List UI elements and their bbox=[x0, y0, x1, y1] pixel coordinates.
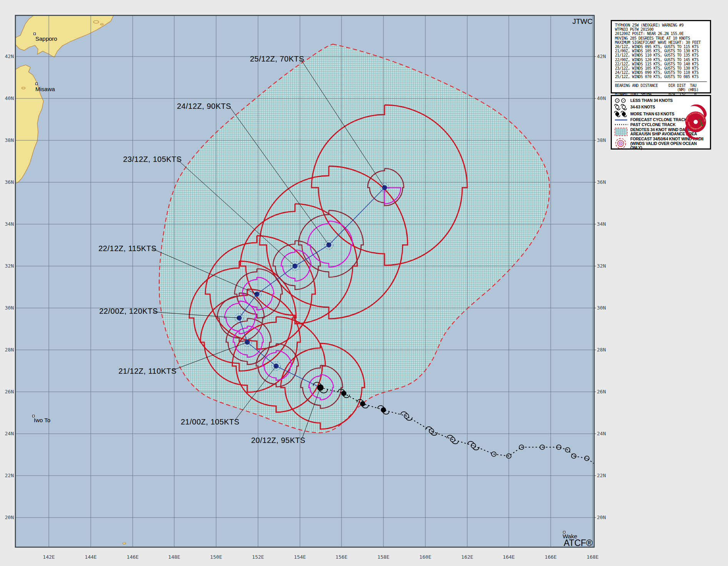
lon-tick-label: 154E bbox=[294, 554, 306, 560]
lt34-icon bbox=[614, 98, 630, 103]
forecast-track-icon bbox=[614, 118, 630, 122]
track-label: 22/12Z, 115KTS bbox=[98, 244, 157, 253]
legend-item-label: MORE THAN 63 KNOTS bbox=[630, 112, 674, 117]
lon-tick-label: 168E bbox=[586, 554, 598, 560]
lat-tick-label-right: 40N bbox=[597, 95, 606, 101]
atcf-watermark: ATCF® bbox=[564, 538, 593, 548]
legend-item-label: LESS THAN 34 KNOTS bbox=[630, 98, 673, 103]
lat-tick-label-left: 20N bbox=[5, 514, 14, 520]
city-label: Sapporo bbox=[35, 35, 57, 42]
lat-tick-label-left: 24N bbox=[5, 431, 14, 436]
lon-tick-label: 156E bbox=[335, 554, 347, 560]
islet bbox=[101, 23, 103, 25]
lat-tick-label-right: 36N bbox=[597, 179, 606, 185]
lat-tick-label-left: 40N bbox=[5, 95, 14, 101]
lon-tick-label: 166E bbox=[545, 554, 556, 560]
lon-tick-label: 148E bbox=[168, 554, 180, 560]
danger-area-icon bbox=[614, 127, 630, 137]
legend-item-label: FORECAST CYCLONE TRACK bbox=[630, 118, 687, 122]
lat-tick-label-left: 36N bbox=[5, 179, 14, 185]
lat-tick-label-right: 24N bbox=[597, 431, 606, 436]
lat-tick-label-right: 32N bbox=[597, 263, 606, 269]
lat-tick-label-left: 34N bbox=[5, 221, 14, 227]
city-marker bbox=[34, 33, 36, 35]
track-label: 24/12Z, 90KTS bbox=[177, 102, 231, 110]
track-label: 25/12Z, 70KTS bbox=[250, 55, 304, 63]
islet bbox=[93, 21, 99, 23]
lon-tick-label: 158E bbox=[377, 554, 389, 560]
lat-tick-label-right: 20N bbox=[597, 514, 606, 520]
lat-tick-label-left: 28N bbox=[5, 347, 14, 353]
city-marker bbox=[36, 83, 38, 85]
warning-info-panel: TYPHOON 25W (NEOGURI) WARNING #9 WTPN33 … bbox=[611, 20, 711, 93]
legend-item-label: PAST CYCLONE TRACK bbox=[630, 123, 676, 127]
cyclone-logo-glyph: JOINT TYPHOON WARNING CENTERPEARL HARBOR… bbox=[683, 102, 706, 140]
lat-tick-label-right: 42N bbox=[597, 53, 606, 59]
lon-tick-label: 150E bbox=[210, 554, 222, 560]
city-label: Iwo To bbox=[34, 417, 50, 423]
wind-radii-icon bbox=[614, 138, 630, 149]
lon-tick-label: 162E bbox=[461, 554, 473, 560]
info-divider bbox=[615, 82, 707, 82]
bearing-distance-table: BEARING AND DISTANCE DIR DIST TAU (NM) (… bbox=[615, 83, 707, 97]
lon-tick-label: 142E bbox=[43, 554, 55, 560]
islet bbox=[22, 87, 25, 89]
lon-tick-label: 160E bbox=[419, 554, 431, 560]
lat-tick-label-right: 26N bbox=[597, 389, 606, 395]
lat-tick-label-left: 22N bbox=[5, 473, 14, 478]
lat-tick-label-left: 38N bbox=[5, 137, 14, 143]
past-track-icon bbox=[614, 123, 630, 126]
islet bbox=[123, 543, 126, 544]
jtwc-watermark: JTWC bbox=[572, 17, 593, 25]
track-label: 23/12Z, 105KTS bbox=[123, 155, 182, 163]
track-label: 21/00Z, 105KTS bbox=[181, 418, 240, 426]
lat-tick-label-left: 32N bbox=[5, 263, 14, 269]
lat-tick-label-right: 22N bbox=[597, 473, 606, 478]
map-layers bbox=[15, 15, 595, 547]
lon-tick-label: 164E bbox=[503, 554, 515, 560]
lat-tick-label-right: 34N bbox=[597, 221, 606, 227]
legend-item-label: 34-63 KNOTS bbox=[630, 105, 655, 110]
lat-tick-label-left: 42N bbox=[5, 53, 14, 59]
lat-tick-label-right: 28N bbox=[597, 347, 606, 353]
lat-tick-label-right: 30N bbox=[597, 305, 606, 311]
lon-tick-label: 152E bbox=[252, 554, 264, 560]
track-label: 22/00Z, 120KTS bbox=[99, 307, 158, 315]
lon-tick-label: 144E bbox=[85, 554, 97, 560]
34-63-icon bbox=[614, 104, 630, 110]
city-label: Misawa bbox=[35, 86, 55, 92]
jtwc-logo: JOINT TYPHOON WARNING CENTERPEARL HARBOR… bbox=[683, 102, 708, 143]
atcf-typhoon-warning-screen: 20/12Z, 95KTS21/00Z, 105KTS21/12Z, 110KT… bbox=[0, 0, 728, 566]
gt63-icon bbox=[614, 111, 630, 117]
lon-tick-label: 146E bbox=[127, 554, 138, 560]
track-label: 21/12Z, 110KTS bbox=[118, 367, 177, 375]
legend-panel: LESS THAN 34 KNOTS34-63 KNOTSMORE THAN 6… bbox=[611, 95, 711, 150]
warning-text-block: TYPHOON 25W (NEOGURI) WARNING #9 WTPN33 … bbox=[615, 23, 707, 79]
lat-tick-label-left: 26N bbox=[5, 389, 14, 395]
track-label: 20/12Z, 95KTS bbox=[251, 436, 305, 444]
lat-tick-label-right: 38N bbox=[597, 137, 606, 143]
lat-tick-label-left: 30N bbox=[5, 305, 14, 311]
